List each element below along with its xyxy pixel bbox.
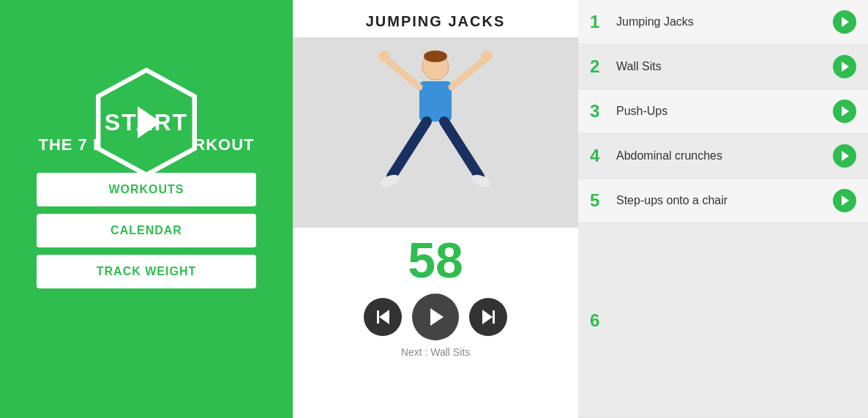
exercise-image <box>293 37 578 228</box>
play-button[interactable] <box>412 294 459 340</box>
exercise-name-4: Abdominal crunches <box>616 149 833 163</box>
svg-line-3 <box>384 58 419 87</box>
exercise-number-3: 3 <box>590 101 616 122</box>
left-panel: START THE 7 MINUTE WORKOUT WORKOUTS CALE… <box>0 0 293 418</box>
chevron-right-icon-3 <box>833 100 856 123</box>
skip-next-triangle <box>482 310 493 324</box>
exercise-item-5[interactable]: 5 Step-ups onto a chair <box>578 179 868 223</box>
start-play-arrow <box>138 106 161 138</box>
right-panel: 1 Jumping Jacks 2 Wall Sits 3 Push-Ups 4… <box>578 0 868 418</box>
svg-line-4 <box>452 58 487 87</box>
skip-next-button[interactable] <box>469 298 507 336</box>
chevron-right-icon-4 <box>833 144 856 168</box>
skip-prev-icon <box>377 310 389 324</box>
skip-bar-right <box>493 310 495 324</box>
chevron-right-icon-2 <box>833 55 856 78</box>
exercise-item-2[interactable]: 2 Wall Sits <box>578 45 868 89</box>
exercise-name-1: Jumping Jacks <box>616 15 833 29</box>
playback-controls <box>364 294 507 340</box>
svg-point-5 <box>378 51 390 62</box>
exercise-number-5: 5 <box>590 190 616 211</box>
svg-line-8 <box>444 122 479 176</box>
skip-prev-button[interactable] <box>364 298 402 336</box>
exercise-item-3[interactable]: 3 Push-Ups <box>578 89 868 134</box>
chevron-right-icon-1 <box>833 10 856 34</box>
track-weight-button[interactable]: TRACK WEIGHT <box>37 255 256 288</box>
svg-rect-2 <box>419 81 452 122</box>
current-exercise-title: JUMPING JACKS <box>366 0 505 37</box>
exercise-number-6: 6 <box>590 310 616 331</box>
middle-panel: JUMPING JACKS 58 <box>293 0 578 418</box>
exercise-item-1[interactable]: 1 Jumping Jacks <box>578 0 868 45</box>
jumping-jacks-figure <box>362 45 509 220</box>
workouts-button[interactable]: WORKOUTS <box>37 173 256 206</box>
svg-line-7 <box>392 122 427 176</box>
chevron-right-icon-5 <box>833 189 856 212</box>
exercise-item-4[interactable]: 4 Abdominal crunches <box>578 134 868 179</box>
exercise-number-4: 4 <box>590 146 616 166</box>
calendar-button[interactable]: CALENDAR <box>37 214 256 247</box>
next-exercise-label: Next : Wall Sits <box>401 346 470 365</box>
svg-point-6 <box>481 51 493 62</box>
svg-point-1 <box>424 51 447 62</box>
play-icon <box>430 308 444 326</box>
exercise-name-2: Wall Sits <box>616 60 833 73</box>
exercise-name-5: Step-ups onto a chair <box>616 194 833 207</box>
exercise-name-3: Push-Ups <box>616 105 833 118</box>
skip-prev-triangle <box>379 310 389 324</box>
exercise-number-2: 2 <box>590 56 616 77</box>
skip-next-icon <box>482 310 495 324</box>
exercise-item-6[interactable]: 6 <box>578 223 868 418</box>
timer-display: 58 <box>408 228 463 288</box>
exercise-number-1: 1 <box>590 12 616 32</box>
